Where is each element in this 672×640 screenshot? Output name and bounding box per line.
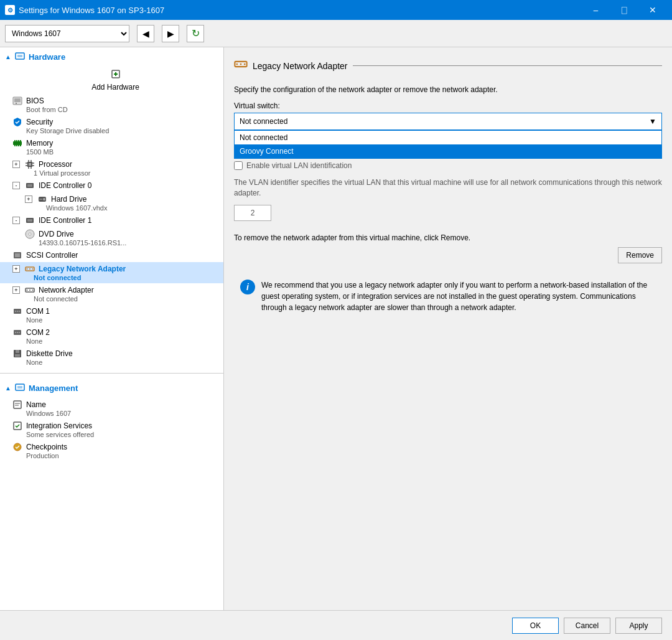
apply-button[interactable]: Apply <box>615 618 662 634</box>
svg-point-53 <box>19 332 20 333</box>
legacy-network-sub: Not connected <box>12 274 218 281</box>
svg-point-47 <box>15 311 16 312</box>
dvd-sub: 14393.0.160715-1616.RS1... <box>25 239 218 247</box>
hard-drive-sub: Windows 1607.vhdx <box>25 204 218 212</box>
svg-rect-14 <box>16 145 17 146</box>
sidebar-item-add-hardware[interactable]: Add Hardware <box>0 67 223 94</box>
sidebar-item-ide0[interactable]: - IDE Controller 0 <box>0 179 223 192</box>
sidebar-item-security[interactable]: Security Key Storage Drive disabled <box>0 115 223 136</box>
sidebar-item-memory[interactable]: Memory 1500 MB <box>0 136 223 158</box>
network-adapter-icon <box>25 285 35 295</box>
vm-select[interactable]: Windows 1607 <box>5 25 129 42</box>
svg-rect-13 <box>14 145 16 146</box>
svg-rect-15 <box>18 145 19 146</box>
scsi-label: SCSI Controller <box>26 251 78 260</box>
management-chevron-icon: ▲ <box>5 385 11 392</box>
svg-point-35 <box>29 233 31 235</box>
sidebar-item-bios[interactable]: BIOS Boot from CD <box>0 94 223 115</box>
left-panel: ▲ Hardware Add Hardware BIOS Boot from C… <box>0 47 224 610</box>
management-label: Management <box>29 384 78 393</box>
sidebar-item-com2[interactable]: COM 2 None <box>0 326 223 347</box>
network-adapter-expand[interactable]: + <box>12 286 20 294</box>
svg-point-66 <box>240 64 242 65</box>
diskette-label: Diskette Drive <box>26 349 73 358</box>
remove-description: To remove the network adapter from this … <box>234 233 662 242</box>
svg-rect-6 <box>14 98 21 102</box>
processor-label: Processor <box>39 160 72 169</box>
remove-button[interactable]: Remove <box>618 247 662 263</box>
svg-rect-7 <box>16 103 17 104</box>
com2-label: COM 2 <box>26 328 50 337</box>
checkpoints-icon <box>12 442 22 452</box>
option-not-connected[interactable]: Not connected <box>235 131 661 144</box>
security-icon <box>12 117 22 127</box>
forward-button[interactable]: ▶ <box>162 25 179 42</box>
sidebar-item-hard-drive[interactable]: + Hard Drive Windows 1607.vhdx <box>0 192 223 214</box>
security-sub: Key Storage Drive disabled <box>12 127 218 134</box>
management-section-header[interactable]: ▲ Management <box>0 379 223 398</box>
svg-point-45 <box>32 289 34 291</box>
vlan-checkbox[interactable] <box>234 161 243 170</box>
close-button[interactable]: ✕ <box>638 0 667 20</box>
back-button[interactable]: ◀ <box>137 25 154 42</box>
vlan-checkbox-row: Enable virtual LAN identification <box>234 161 662 170</box>
memory-label: Memory <box>26 139 53 148</box>
name-icon <box>12 400 22 410</box>
sidebar-item-ide1[interactable]: - IDE Controller 1 <box>0 214 223 227</box>
ide0-expand[interactable]: - <box>12 182 20 189</box>
network-adapter-label: Network Adapter <box>39 286 94 294</box>
virtual-switch-dropdown[interactable]: Not connected ▼ <box>234 113 662 130</box>
hardware-section-header[interactable]: ▲ Hardware <box>0 47 223 67</box>
sidebar-item-name[interactable]: Name Windows 1607 <box>0 398 223 419</box>
option-groovy-connect[interactable]: Groovy Connect <box>235 144 661 158</box>
sidebar-item-network-adapter[interactable]: + Network Adapter Not connected <box>0 283 223 304</box>
legacy-network-expand[interactable]: + <box>12 265 20 273</box>
minimize-button[interactable]: ‒ <box>581 0 610 20</box>
svg-rect-56 <box>15 354 20 357</box>
svg-point-52 <box>17 332 18 333</box>
svg-rect-12 <box>20 140 21 141</box>
svg-rect-55 <box>16 350 19 353</box>
dvd-label: DVD Drive <box>39 230 74 238</box>
hardware-label: Hardware <box>29 52 65 62</box>
svg-rect-33 <box>27 219 32 222</box>
restore-button[interactable]: ⎕ <box>610 0 638 20</box>
management-icon <box>15 382 25 394</box>
cancel-button[interactable]: Cancel <box>564 618 610 634</box>
sidebar-item-processor[interactable]: + Processor 1 Virtual processor <box>0 158 223 179</box>
sidebar-item-legacy-network[interactable]: + Legacy Network Adapter Not connected <box>0 262 223 283</box>
sidebar-item-integration[interactable]: Integration Services Some services offer… <box>0 419 223 440</box>
svg-rect-18 <box>29 163 31 166</box>
virtual-switch-dropdown-wrap: Not connected ▼ Not connected Groovy Con… <box>234 113 662 130</box>
section-icon <box>234 57 248 74</box>
hardware-chevron-icon: ▲ <box>5 54 11 60</box>
svg-point-51 <box>15 332 16 333</box>
svg-rect-31 <box>39 199 42 200</box>
sidebar-item-com1[interactable]: COM 1 None <box>0 304 223 326</box>
processor-expand[interactable]: + <box>12 161 20 168</box>
svg-point-49 <box>19 311 20 312</box>
virtual-switch-label: Virtual switch: <box>234 101 662 110</box>
legacy-network-label: Legacy Network Adapter <box>39 265 126 273</box>
harddrive-expand[interactable]: + <box>25 195 32 203</box>
virtual-switch-value: Not connected <box>240 117 649 126</box>
dvd-icon <box>25 229 35 239</box>
svg-point-67 <box>244 64 246 65</box>
ok-button[interactable]: OK <box>512 618 559 634</box>
refresh-button[interactable]: ↻ <box>187 25 204 42</box>
svg-point-41 <box>32 268 34 270</box>
checkpoints-sub: Production <box>12 452 218 459</box>
remove-section: To remove the network adapter from this … <box>234 233 662 263</box>
diskette-sub: None <box>12 359 218 366</box>
sidebar-item-checkpoints[interactable]: Checkpoints Production <box>0 440 223 461</box>
ide1-expand[interactable]: - <box>12 217 20 224</box>
com2-icon <box>12 327 22 337</box>
vlan-input[interactable] <box>234 205 271 221</box>
svg-point-40 <box>29 268 30 270</box>
window-title: Settings for Windows 1607 on SP3-1607 <box>19 6 164 15</box>
svg-rect-11 <box>18 140 19 141</box>
sidebar-item-dvd[interactable]: DVD Drive 14393.0.160715-1616.RS1... <box>0 227 223 248</box>
sidebar-item-diskette[interactable]: Diskette Drive None <box>0 347 223 368</box>
svg-point-39 <box>27 268 28 270</box>
sidebar-item-scsi[interactable]: SCSI Controller <box>0 248 223 262</box>
